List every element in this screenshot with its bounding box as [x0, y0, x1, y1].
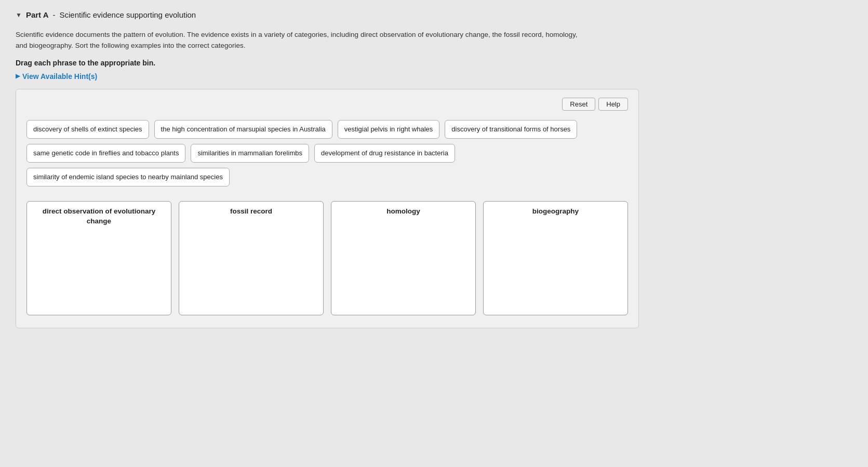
help-button[interactable]: Help	[598, 98, 628, 111]
bin-bin3: homology	[331, 201, 476, 315]
drag-items-area: discovery of shells of extinct speciesth…	[26, 120, 628, 187]
drag-instruction: Drag each phrase to the appropriate bin.	[16, 59, 852, 67]
drag-item-item6[interactable]: similarities in mammalian forelimbs	[191, 144, 309, 163]
bin-label-bin3: homology	[338, 207, 469, 217]
reset-button[interactable]: Reset	[562, 98, 595, 111]
drag-item-item1[interactable]: discovery of shells of extinct species	[26, 120, 149, 139]
hint-label: View Available Hint(s)	[22, 72, 97, 81]
part-label: Part A	[26, 10, 49, 19]
part-header: ▼ Part A - Scientific evidence supportin…	[16, 10, 852, 19]
bin-bin4: biogeography	[483, 201, 628, 315]
main-activity-box: Reset Help discovery of shells of extinc…	[16, 89, 639, 329]
part-title: Scientific evidence supporting evolution	[60, 10, 196, 19]
top-buttons-area: Reset Help	[26, 98, 628, 111]
drag-item-item5[interactable]: same genetic code in fireflies and tobac…	[26, 144, 185, 163]
drag-item-item4[interactable]: discovery of transitional forms of horse…	[445, 120, 577, 139]
drag-item-item7[interactable]: development of drug resistance in bacter…	[314, 144, 455, 163]
description-text: Scientific evidence documents the patter…	[16, 30, 587, 51]
bin-label-bin1: direct observation of evolutionary chang…	[33, 207, 165, 226]
hint-arrow-icon: ▶	[16, 73, 20, 79]
bin-bin2: fossil record	[179, 201, 324, 315]
bins-area: direct observation of evolutionary chang…	[26, 201, 628, 315]
drag-item-item2[interactable]: the high concentration of marsupial spec…	[154, 120, 332, 139]
collapse-arrow[interactable]: ▼	[16, 11, 22, 19]
drag-item-item8[interactable]: similarity of endemic island species to …	[26, 168, 230, 186]
hint-link[interactable]: ▶ View Available Hint(s)	[16, 72, 852, 81]
drag-item-item3[interactable]: vestigial pelvis in right whales	[338, 120, 440, 139]
bin-label-bin4: biogeography	[490, 207, 621, 217]
bin-bin1: direct observation of evolutionary chang…	[26, 201, 171, 315]
bin-label-bin2: fossil record	[185, 207, 317, 217]
